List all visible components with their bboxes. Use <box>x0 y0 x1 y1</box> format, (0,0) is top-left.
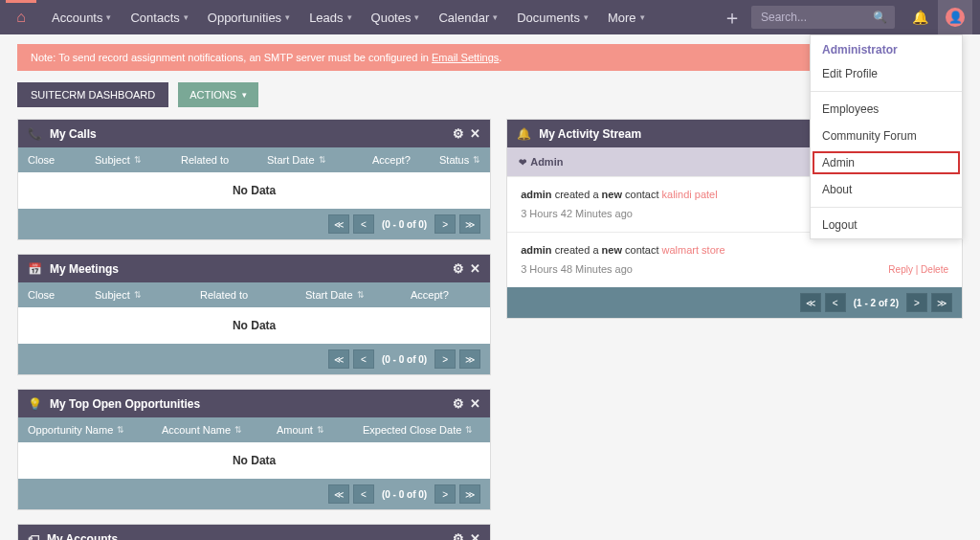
nav-accounts[interactable]: Accounts▾ <box>42 11 121 25</box>
col-account-name[interactable]: Account Name⇅ <box>162 424 277 436</box>
col-accept[interactable]: Accept? <box>372 154 439 166</box>
tag-icon: 🏷 <box>28 532 39 541</box>
col-subject[interactable]: Subject⇅ <box>95 289 200 301</box>
pager-first[interactable]: ≪ <box>328 484 349 504</box>
close-icon[interactable]: ✕ <box>470 261 480 276</box>
alert-link[interactable]: Email Settings <box>432 52 499 63</box>
actions-button[interactable]: ACTIONS▾ <box>178 82 258 107</box>
gear-icon[interactable]: ⚙ <box>453 126 464 141</box>
col-startdate[interactable]: Start Date⇅ <box>305 289 411 301</box>
caret-down-icon: ▾ <box>242 90 247 100</box>
pager: ≪ < (0 - 0 of 0) > ≫ <box>18 209 490 239</box>
menu-admin[interactable]: Admin <box>811 149 962 176</box>
pager-first[interactable]: ≪ <box>800 293 821 312</box>
nav-calendar[interactable]: Calendar▾ <box>429 11 507 25</box>
col-close[interactable]: Close <box>28 154 95 166</box>
pager-first[interactable]: ≪ <box>328 349 349 369</box>
nav-leads[interactable]: Leads▾ <box>300 11 361 25</box>
dashboard-left-column: 📞 My Calls ⚙ ✕ Close Subject⇅ Related to… <box>17 119 491 540</box>
dashlet-header: 🏷 My Accounts ⚙ ✕ <box>18 525 490 540</box>
dashboard-tab-button[interactable]: SUITECRM DASHBOARD <box>17 82 168 107</box>
activity-item: admin created a new contact walmart stor… <box>507 232 962 287</box>
col-related[interactable]: Related to <box>200 289 305 301</box>
close-icon[interactable]: ✕ <box>470 396 480 411</box>
user-avatar[interactable]: 👤 <box>938 0 972 34</box>
caret-down-icon: ▾ <box>584 12 589 22</box>
pager-prev[interactable]: < <box>825 293 846 312</box>
menu-logout[interactable]: Logout <box>811 212 962 238</box>
gear-icon[interactable]: ⚙ <box>453 531 464 540</box>
sort-icon: ⇅ <box>473 155 480 165</box>
pager-last[interactable]: ≫ <box>459 349 480 369</box>
search-icon[interactable]: 🔍 <box>873 11 887 24</box>
dashlet-my-meetings: 📅 My Meetings ⚙ ✕ Close Subject⇅ Related… <box>17 254 491 375</box>
nav-documents[interactable]: Documents▾ <box>507 11 598 25</box>
menu-employees[interactable]: Employees <box>811 96 962 123</box>
col-opportunity-name[interactable]: Opportunity Name⇅ <box>28 424 162 436</box>
nav-more[interactable]: More▾ <box>598 11 655 25</box>
menu-edit-profile[interactable]: Edit Profile <box>811 60 962 87</box>
col-close[interactable]: Close <box>28 289 95 301</box>
pager-prev[interactable]: < <box>353 484 374 504</box>
menu-community[interactable]: Community Forum <box>811 123 962 149</box>
user-icon: 👤 <box>946 8 965 27</box>
activity-link[interactable]: kalindi patel <box>662 189 718 200</box>
no-data-message: No Data <box>18 172 490 209</box>
pager-first[interactable]: ≪ <box>328 214 349 234</box>
activity-time: 3 Hours 48 Minutes ago <box>521 261 948 279</box>
pager-next[interactable]: > <box>434 349 456 369</box>
caret-down-icon: ▾ <box>493 12 498 22</box>
calendar-icon: 📅 <box>28 262 42 276</box>
pager-text: (1 - 2 of 2) <box>854 298 899 308</box>
home-icon[interactable]: ⌂ <box>8 4 34 31</box>
pager-next[interactable]: > <box>906 293 927 312</box>
gear-icon[interactable]: ⚙ <box>453 261 464 276</box>
col-status[interactable]: Status⇅ <box>439 154 480 166</box>
col-amount[interactable]: Amount⇅ <box>277 424 363 436</box>
pager-last[interactable]: ≫ <box>459 484 480 504</box>
top-nav: ⌂ Accounts▾ Contacts▾ Opportunities▾ Lea… <box>0 0 980 34</box>
nav-contacts[interactable]: Contacts▾ <box>121 11 197 25</box>
dashlet-columns: Opportunity Name⇅ Account Name⇅ Amount⇅ … <box>18 417 490 442</box>
phone-icon: 📞 <box>28 127 42 141</box>
quick-create-icon[interactable]: ＋ <box>713 5 751 31</box>
col-accept[interactable]: Accept? <box>411 289 480 301</box>
notifications-icon[interactable]: 🔔 <box>902 10 938 25</box>
dashlet-my-opportunities: 💡 My Top Open Opportunities ⚙ ✕ Opportun… <box>17 389 491 510</box>
caret-down-icon: ▾ <box>184 12 189 22</box>
nav-quotes[interactable]: Quotes▾ <box>362 11 430 25</box>
menu-about[interactable]: About <box>811 176 962 203</box>
pager-next[interactable]: > <box>434 214 456 234</box>
delete-link[interactable]: Delete <box>921 264 948 275</box>
col-subject[interactable]: Subject⇅ <box>95 154 181 166</box>
caret-down-icon: ▾ <box>347 12 352 22</box>
caret-down-icon: ▾ <box>640 12 645 22</box>
pager-last[interactable]: ≫ <box>459 214 480 234</box>
col-close-date[interactable]: Expected Close Date⇅ <box>363 424 480 436</box>
nav-opportunities[interactable]: Opportunities▾ <box>198 11 300 25</box>
dashlet-header: 💡 My Top Open Opportunities ⚙ ✕ <box>18 390 490 417</box>
menu-separator <box>811 91 962 92</box>
pager-prev[interactable]: < <box>353 214 374 234</box>
dashlet-header: 📅 My Meetings ⚙ ✕ <box>18 255 490 282</box>
sort-icon: ⇅ <box>134 290 142 300</box>
pager-next[interactable]: > <box>434 484 456 504</box>
gear-icon[interactable]: ⚙ <box>453 396 464 411</box>
sort-icon: ⇅ <box>117 425 124 435</box>
user-menu-header: Administrator <box>811 35 962 60</box>
activity-user: admin <box>521 189 551 200</box>
dashlet-title: My Activity Stream <box>539 127 641 141</box>
close-icon[interactable]: ✕ <box>470 126 480 141</box>
activity-link[interactable]: walmart store <box>662 244 725 256</box>
pager: ≪ < (0 - 0 of 0) > ≫ <box>18 344 490 374</box>
col-startdate[interactable]: Start Date⇅ <box>267 154 372 166</box>
pager: ≪ < (0 - 0 of 0) > ≫ <box>18 479 490 509</box>
sort-icon: ⇅ <box>234 425 242 435</box>
dashlet-title: My Accounts <box>47 532 118 541</box>
pager-last[interactable]: ≫ <box>931 293 952 312</box>
reply-link[interactable]: Reply <box>888 264 913 275</box>
col-related[interactable]: Related to <box>181 154 267 166</box>
pager-prev[interactable]: < <box>353 349 374 369</box>
close-icon[interactable]: ✕ <box>470 531 480 540</box>
chevron-down-icon: ❤ <box>519 157 526 168</box>
